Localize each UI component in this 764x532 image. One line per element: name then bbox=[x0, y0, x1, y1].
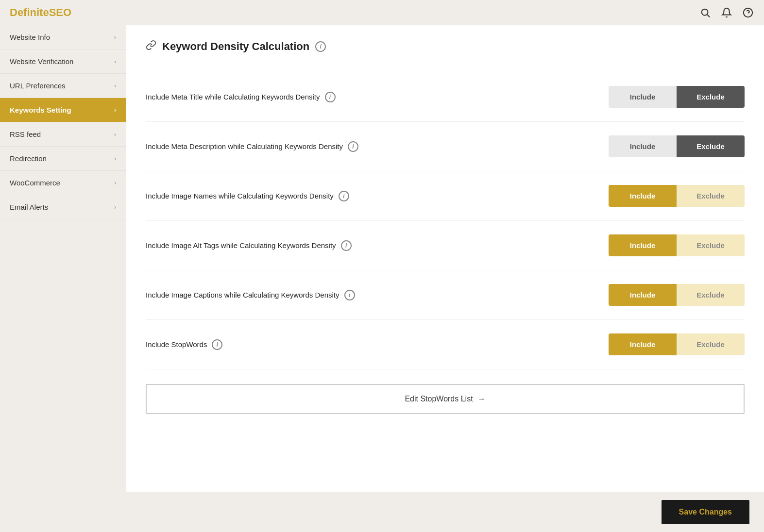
notification-icon[interactable] bbox=[720, 6, 733, 19]
sidebar-item-website-verification[interactable]: Website Verification › bbox=[0, 50, 126, 74]
setting-text-meta-description: Include Meta Description while Calculati… bbox=[146, 142, 343, 150]
sidebar: Website Info › Website Verification › UR… bbox=[0, 25, 126, 492]
edit-stopwords-arrow: → bbox=[478, 395, 486, 403]
setting-row-stopwords: Include StopWords i Include Exclude bbox=[146, 320, 745, 369]
logo: DefiniteSEO bbox=[10, 6, 71, 19]
sidebar-label-rss-feed: RSS feed bbox=[10, 130, 41, 138]
setting-text-image-names: Include Image Names while Calculating Ke… bbox=[146, 192, 334, 200]
setting-row-image-alt-tags: Include Image Alt Tags while Calculating… bbox=[146, 221, 745, 270]
setting-label-image-captions: Include Image Captions while Calculating… bbox=[146, 290, 355, 300]
sidebar-label-website-verification: Website Verification bbox=[10, 57, 73, 66]
link-icon bbox=[146, 40, 156, 53]
exclude-button-meta-description[interactable]: Exclude bbox=[677, 135, 745, 157]
sidebar-item-rss-feed[interactable]: RSS feed › bbox=[0, 122, 126, 147]
setting-help-icon-meta-description[interactable]: i bbox=[348, 141, 358, 152]
btn-group-image-captions: Include Exclude bbox=[609, 284, 745, 306]
setting-label-image-names: Include Image Names while Calculating Ke… bbox=[146, 191, 349, 201]
main-layout: Website Info › Website Verification › UR… bbox=[0, 25, 764, 492]
setting-help-icon-image-captions[interactable]: i bbox=[344, 290, 355, 300]
logo-text-definite: Definite bbox=[10, 6, 49, 18]
sidebar-item-url-preferences[interactable]: URL Preferences › bbox=[0, 74, 126, 98]
sidebar-item-email-alerts[interactable]: Email Alerts › bbox=[0, 195, 126, 219]
include-button-image-captions[interactable]: Include bbox=[609, 284, 677, 306]
exclude-button-meta-title[interactable]: Exclude bbox=[677, 86, 745, 108]
btn-group-stopwords: Include Exclude bbox=[609, 333, 745, 355]
btn-group-image-names: Include Exclude bbox=[609, 185, 745, 207]
exclude-button-stopwords[interactable]: Exclude bbox=[677, 333, 745, 355]
setting-help-icon-stopwords[interactable]: i bbox=[212, 339, 222, 350]
setting-help-icon-image-names[interactable]: i bbox=[339, 191, 349, 201]
save-changes-button[interactable]: Save Changes bbox=[662, 500, 749, 524]
chevron-icon: › bbox=[114, 180, 116, 186]
include-button-meta-description[interactable]: Include bbox=[609, 135, 677, 157]
sidebar-item-website-info[interactable]: Website Info › bbox=[0, 25, 126, 50]
save-bar: Save Changes bbox=[0, 492, 764, 532]
search-icon[interactable] bbox=[699, 6, 712, 19]
page-title: Keyword Density Calculation bbox=[162, 40, 309, 53]
chevron-icon: › bbox=[114, 83, 116, 89]
logo-text-seo: SEO bbox=[49, 6, 71, 18]
header: DefiniteSEO bbox=[0, 0, 764, 25]
setting-text-meta-title: Include Meta Title while Calculating Key… bbox=[146, 93, 320, 101]
exclude-button-image-alt-tags[interactable]: Exclude bbox=[677, 234, 745, 256]
include-button-stopwords[interactable]: Include bbox=[609, 333, 677, 355]
setting-help-icon-image-alt-tags[interactable]: i bbox=[341, 240, 352, 251]
exclude-button-image-captions[interactable]: Exclude bbox=[677, 284, 745, 306]
sidebar-item-woocommerce[interactable]: WooCommerce › bbox=[0, 171, 126, 195]
setting-label-image-alt-tags: Include Image Alt Tags while Calculating… bbox=[146, 240, 352, 251]
sidebar-item-redirection[interactable]: Redirection › bbox=[0, 147, 126, 171]
chevron-icon: › bbox=[114, 204, 116, 211]
setting-row-meta-title: Include Meta Title while Calculating Key… bbox=[146, 72, 745, 122]
header-icons bbox=[699, 6, 754, 19]
page-title-row: Keyword Density Calculation i bbox=[146, 40, 745, 53]
settings-container: Include Meta Title while Calculating Key… bbox=[146, 72, 745, 369]
help-icon[interactable] bbox=[742, 6, 754, 19]
sidebar-label-website-info: Website Info bbox=[10, 33, 50, 41]
chevron-icon: › bbox=[114, 58, 116, 65]
setting-text-stopwords: Include StopWords bbox=[146, 340, 207, 349]
setting-text-image-captions: Include Image Captions while Calculating… bbox=[146, 291, 340, 299]
sidebar-label-redirection: Redirection bbox=[10, 154, 47, 163]
content-area: Keyword Density Calculation i Include Me… bbox=[126, 25, 764, 492]
svg-line-1 bbox=[707, 15, 710, 17]
setting-text-image-alt-tags: Include Image Alt Tags while Calculating… bbox=[146, 241, 336, 249]
setting-help-icon-meta-title[interactable]: i bbox=[325, 92, 336, 102]
setting-row-image-captions: Include Image Captions while Calculating… bbox=[146, 270, 745, 320]
setting-label-meta-description: Include Meta Description while Calculati… bbox=[146, 141, 358, 152]
include-button-image-names[interactable]: Include bbox=[609, 185, 677, 207]
sidebar-label-woocommerce: WooCommerce bbox=[10, 179, 60, 187]
page-help-icon[interactable]: i bbox=[315, 41, 326, 52]
include-button-meta-title[interactable]: Include bbox=[609, 86, 677, 108]
sidebar-item-keywords-setting[interactable]: Keywords Setting › bbox=[0, 98, 126, 122]
chevron-icon: › bbox=[114, 107, 116, 114]
svg-point-0 bbox=[702, 9, 708, 15]
sidebar-label-keywords-setting: Keywords Setting bbox=[10, 106, 71, 114]
btn-group-meta-title: Include Exclude bbox=[609, 86, 745, 108]
setting-label-meta-title: Include Meta Title while Calculating Key… bbox=[146, 92, 336, 102]
include-button-image-alt-tags[interactable]: Include bbox=[609, 234, 677, 256]
edit-stopwords-button[interactable]: Edit StopWords List → bbox=[146, 384, 745, 414]
btn-group-meta-description: Include Exclude bbox=[609, 135, 745, 157]
setting-row-meta-description: Include Meta Description while Calculati… bbox=[146, 122, 745, 171]
sidebar-label-url-preferences: URL Preferences bbox=[10, 82, 66, 90]
setting-row-image-names: Include Image Names while Calculating Ke… bbox=[146, 171, 745, 221]
btn-group-image-alt-tags: Include Exclude bbox=[609, 234, 745, 256]
edit-stopwords-label: Edit StopWords List bbox=[405, 395, 473, 403]
chevron-icon: › bbox=[114, 155, 116, 162]
exclude-button-image-names[interactable]: Exclude bbox=[677, 185, 745, 207]
sidebar-label-email-alerts: Email Alerts bbox=[10, 203, 48, 211]
chevron-icon: › bbox=[114, 34, 116, 41]
setting-label-stopwords: Include StopWords i bbox=[146, 339, 222, 350]
chevron-icon: › bbox=[114, 131, 116, 138]
